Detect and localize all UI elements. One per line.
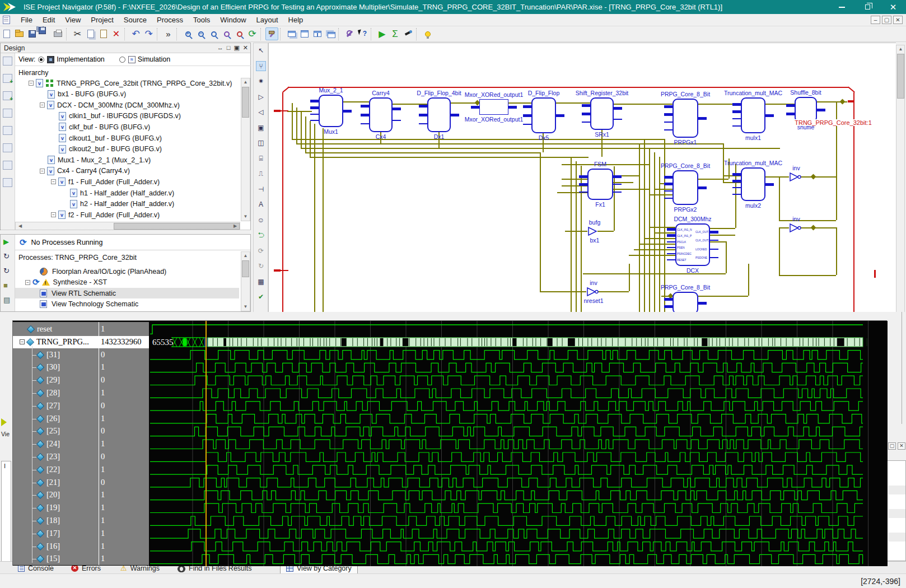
open-project-icon[interactable] [13, 27, 26, 40]
hierarchy-item[interactable]: −vf1 - Full_Adder (Full_Adder.v) [15, 176, 239, 187]
tile-vertical-icon[interactable] [311, 27, 324, 40]
undo-icon[interactable]: ↶ [129, 27, 142, 40]
panel-splitter[interactable] [0, 230, 251, 234]
grid-icon[interactable]: ▦ [256, 277, 266, 287]
add-net-icon[interactable]: ⑂ [256, 61, 266, 71]
copy-icon[interactable] [84, 27, 97, 40]
signal-name[interactable]: [20] [46, 490, 60, 500]
tree-expander-icon[interactable]: − [51, 179, 56, 184]
signal-name[interactable]: [27] [46, 401, 60, 410]
implementation-radio[interactable] [38, 57, 44, 63]
signal-name[interactable]: [23] [46, 452, 60, 461]
proc-view-column-icon[interactable]: ▤ [3, 296, 10, 304]
new-file-icon[interactable] [0, 27, 13, 40]
hierarchy-item[interactable]: −vTRNG_PRPG_Core_32bit (TRNG_PRPG_Core_3… [15, 78, 239, 88]
view-panel-icon[interactable] [3, 178, 12, 187]
hierarchy-item[interactable]: vclkin1_buf - IBUFGDS (IBUFGDS.v) [15, 111, 239, 122]
signal-name[interactable]: [31] [46, 350, 60, 360]
cut-icon[interactable]: ✂ [71, 27, 84, 40]
zoom-box-icon[interactable] [220, 27, 233, 40]
close-panel-icon[interactable]: ✕ [243, 44, 248, 52]
hierarchy-item[interactable]: −vDCX - DCM_300Mhz (DCM_300Mhz.v) [15, 100, 239, 110]
favorite-icon[interactable]: ✷ [256, 76, 266, 86]
signal-name[interactable]: [30] [46, 362, 60, 372]
select-element-icon[interactable]: ▣ [256, 123, 266, 133]
text-annotation-icon[interactable]: A [256, 199, 266, 209]
new-source-icon[interactable] [3, 57, 12, 66]
redo-icon[interactable]: ↷ [142, 27, 155, 40]
hierarchy-vscrollbar[interactable]: ▲ ▼ [241, 78, 250, 221]
process-item[interactable]: View Technology Schematic [15, 299, 239, 310]
print-icon[interactable] [52, 27, 64, 40]
zoom-user-icon[interactable]: ☺ [256, 215, 266, 225]
zoom-out-icon[interactable]: − [194, 27, 207, 40]
wave-plot-area[interactable]: 65535 [149, 321, 888, 566]
tree-expander-icon[interactable]: − [25, 280, 30, 285]
mdi-restore-button[interactable]: ▢ [882, 16, 891, 24]
hierarchy-item[interactable]: vh1 - Half_adder (Half_adder.v) [15, 188, 239, 198]
zoom-in-icon[interactable]: + [181, 27, 194, 40]
menu-view[interactable]: View [60, 15, 86, 25]
menu-layout[interactable]: Layout [251, 15, 283, 25]
tree-expander-icon[interactable]: − [40, 169, 45, 174]
add-copy-source-icon[interactable] [3, 91, 12, 100]
arrange-windows-icon[interactable] [324, 27, 337, 40]
hierarchy-item[interactable]: vclkout1_buf - BUFG (BUFG.v) [15, 133, 239, 143]
analyze-telescope-icon[interactable] [401, 27, 414, 40]
design-properties-icon[interactable] [3, 161, 12, 170]
schematic-block-mulx2[interactable] [741, 167, 765, 201]
hierarchy-item[interactable]: vclkf_buf - BUFG (BUFG.v) [15, 122, 239, 132]
settings-wrench-icon[interactable] [343, 27, 356, 40]
minimize-button[interactable] [829, 0, 854, 14]
symbol-icon[interactable]: ⎍ [256, 169, 266, 179]
wave-expander-icon[interactable]: − [20, 339, 25, 344]
cascade-windows-icon[interactable] [285, 27, 298, 40]
run-process-icon[interactable]: ▶ [376, 27, 389, 40]
subpanel-restore-icon[interactable]: ▢ [888, 442, 896, 450]
signal-name[interactable]: [25] [46, 426, 60, 436]
pop-hierarchy-icon[interactable]: ◁ [256, 107, 266, 117]
float-icon[interactable]: □ [227, 44, 231, 52]
delete-icon[interactable]: ✕ [110, 27, 123, 40]
menu-window[interactable]: Window [215, 15, 251, 25]
signal-name[interactable]: [29] [46, 375, 60, 385]
signal-name[interactable]: [16] [46, 542, 60, 551]
process-item[interactable]: View RTL Schematic [15, 288, 239, 298]
restore-panel-icon[interactable]: ▣ [233, 44, 239, 52]
summary-sigma-icon[interactable]: Σ [389, 27, 401, 40]
tree-expander-icon[interactable]: − [29, 81, 34, 86]
processes-vscrollbar[interactable]: ▲ ▼ [241, 251, 250, 311]
signal-name[interactable]: reset [37, 324, 52, 334]
signal-name[interactable]: [15] [46, 554, 60, 563]
zoom-selection-icon[interactable] [233, 27, 246, 40]
hierarchy-item[interactable]: vbx1 - BUFG (BUFG.v) [15, 89, 239, 100]
add-source-icon[interactable] [3, 74, 12, 83]
schematic-bufg-symbol[interactable] [587, 226, 602, 236]
schematic-block-prpg_core_8_bit[interactable] [673, 292, 698, 314]
signal-name[interactable]: [28] [46, 388, 60, 398]
menu-file[interactable]: File [16, 15, 38, 25]
signal-name[interactable]: [18] [46, 516, 60, 525]
signal-name[interactable]: [22] [46, 465, 60, 474]
menu-tools[interactable]: Tools [188, 15, 215, 25]
tree-expander-icon[interactable]: − [51, 212, 56, 217]
signal-name[interactable]: [26] [46, 414, 60, 423]
hierarchy-item[interactable]: vclkout2_buf - BUFG (BUFG.v) [15, 144, 239, 155]
menu-process[interactable]: Process [152, 15, 188, 25]
menu-project[interactable]: Project [86, 15, 118, 25]
paste-icon[interactable] [97, 27, 110, 40]
signal-name[interactable]: TRNG_PRPG... [36, 337, 89, 347]
context-help-icon[interactable] [356, 27, 369, 40]
design-tool-icon[interactable] [265, 27, 278, 40]
hint-bulb-icon[interactable] [421, 27, 434, 40]
dock-icon[interactable]: ↔ [217, 44, 223, 52]
tile-horizontal-icon[interactable] [298, 27, 311, 40]
subpanel-close-icon[interactable]: ✕ [898, 442, 905, 450]
schematic-inv-symbol[interactable] [586, 287, 601, 297]
open-design-icon[interactable] [3, 109, 12, 118]
hierarchy-item[interactable]: vh2 - Half_adder (Half_adder.v) [15, 199, 239, 209]
hierarchy-item[interactable]: −vCx4 - Carry4 (Carry4.v) [15, 166, 239, 176]
select-icon[interactable]: ↖ [256, 45, 266, 55]
menu-help[interactable]: Help [283, 15, 309, 25]
schematic-block-srx1[interactable] [590, 97, 614, 130]
